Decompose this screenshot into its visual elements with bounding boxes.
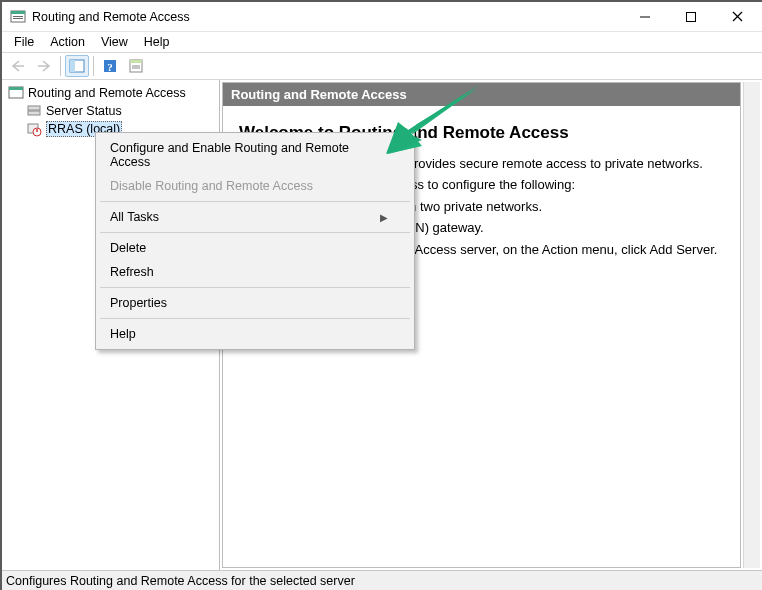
cm-help-label: Help — [110, 327, 136, 341]
maximize-button[interactable] — [668, 2, 714, 31]
svg-rect-3 — [13, 18, 23, 19]
svg-rect-2 — [13, 16, 23, 17]
cm-configure-label: Configure and Enable Routing and Remote … — [110, 141, 388, 169]
cm-delete[interactable]: Delete — [98, 236, 412, 260]
cm-refresh[interactable]: Refresh — [98, 260, 412, 284]
svg-text:?: ? — [107, 61, 113, 73]
cm-all-tasks[interactable]: All Tasks ▶ — [98, 205, 412, 229]
menu-action[interactable]: Action — [42, 33, 93, 51]
menu-bar: File Action View Help — [2, 32, 762, 52]
cm-properties[interactable]: Properties — [98, 291, 412, 315]
submenu-arrow-icon: ▶ — [380, 212, 388, 223]
tree-server-status[interactable]: Server Status — [4, 102, 217, 120]
window-controls — [622, 2, 760, 31]
back-button[interactable] — [6, 55, 30, 77]
close-button[interactable] — [714, 2, 760, 31]
properties-button[interactable] — [124, 55, 148, 77]
cm-separator — [100, 232, 410, 233]
cm-disable-label: Disable Routing and Remote Access — [110, 179, 313, 193]
cm-configure-enable[interactable]: Configure and Enable Routing and Remote … — [98, 136, 412, 174]
context-menu: Configure and Enable Routing and Remote … — [95, 132, 415, 350]
forward-button[interactable] — [32, 55, 56, 77]
menu-help[interactable]: Help — [136, 33, 178, 51]
window-title: Routing and Remote Access — [32, 10, 622, 24]
show-hide-tree-button[interactable] — [65, 55, 89, 77]
help-button[interactable]: ? — [98, 55, 122, 77]
tree-root[interactable]: Routing and Remote Access — [4, 84, 217, 102]
menu-view[interactable]: View — [93, 33, 136, 51]
status-bar: Configures Routing and Remote Access for… — [2, 570, 762, 590]
svg-rect-1 — [11, 11, 25, 14]
cm-help[interactable]: Help — [98, 322, 412, 346]
cm-all-tasks-label: All Tasks — [110, 210, 159, 224]
cm-separator — [100, 201, 410, 202]
cm-refresh-label: Refresh — [110, 265, 154, 279]
svg-rect-13 — [130, 60, 142, 63]
cm-disable: Disable Routing and Remote Access — [98, 174, 412, 198]
cm-properties-label: Properties — [110, 296, 167, 310]
svg-rect-19 — [28, 111, 40, 115]
svg-rect-18 — [28, 106, 40, 110]
svg-rect-5 — [687, 12, 696, 21]
menu-file[interactable]: File — [6, 33, 42, 51]
cm-separator — [100, 287, 410, 288]
vertical-scrollbar[interactable] — [743, 82, 760, 568]
cm-separator — [100, 318, 410, 319]
toolbar-separator — [93, 56, 94, 76]
tree-root-label: Routing and Remote Access — [28, 86, 186, 100]
server-status-icon — [26, 103, 42, 119]
toolbar-separator — [60, 56, 61, 76]
app-icon — [10, 9, 26, 25]
svg-rect-17 — [9, 87, 23, 90]
tree-server-status-label: Server Status — [46, 104, 122, 118]
toolbar: ? — [2, 52, 762, 80]
status-text: Configures Routing and Remote Access for… — [6, 574, 355, 588]
svg-rect-9 — [70, 60, 75, 72]
cm-delete-label: Delete — [110, 241, 146, 255]
minimize-button[interactable] — [622, 2, 668, 31]
rras-local-icon — [26, 121, 42, 137]
content-header: Routing and Remote Access — [223, 83, 740, 106]
rras-root-icon — [8, 85, 24, 101]
title-bar: Routing and Remote Access — [2, 2, 762, 32]
